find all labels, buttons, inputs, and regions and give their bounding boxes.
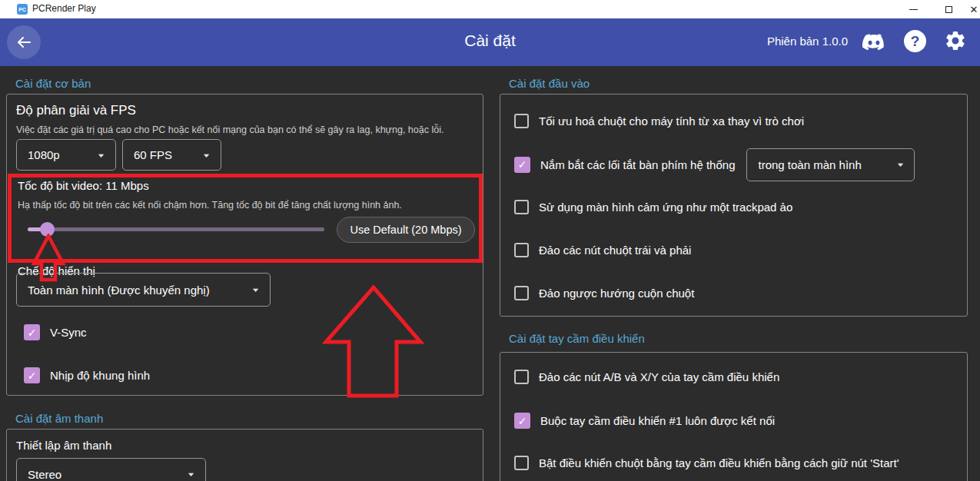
display-mode-value: Toàn màn hình (Được khuyến nghị) [28, 284, 210, 297]
chevron-down-icon: ▼ [895, 161, 905, 168]
invert-scroll-row[interactable]: Đảo ngược hướng cuộn chuột [514, 286, 694, 300]
app-window: PC PCRender Play ✕ Cài đặt Phiên bản 1.0… [0, 0, 980, 481]
settings-button[interactable] [943, 28, 968, 53]
force-gamepad1-row[interactable]: ✓ Buộc tay cầm điều khiển #1 luôn được k… [514, 413, 775, 429]
check-icon: ✓ [518, 158, 527, 171]
mouse-optimize-checkbox[interactable] [514, 114, 529, 128]
use-default-bitrate-button[interactable]: Use Default (20 Mbps) [337, 217, 475, 243]
resolution-dropdown[interactable]: 1080p ▼ [16, 139, 116, 171]
touchscreen-trackpad-row[interactable]: Sử dụng màn hình cảm ứng như một trackpa… [514, 200, 792, 214]
gamepad-mouse-mode-checkbox[interactable] [514, 456, 529, 470]
discord-button[interactable] [860, 32, 888, 55]
fps-value: 60 FPS [134, 148, 172, 161]
maximize-button[interactable] [935, 0, 962, 18]
keyboard-shortcuts-row[interactable]: ✓ Nắm bắt các lối tắt bàn phím hệ thống … [514, 146, 915, 183]
question-mark-icon: ? [911, 33, 920, 50]
minimize-icon [909, 9, 918, 10]
swap-ab-xy-row[interactable]: Đảo các nút A/B và X/Y của tay cầm điều … [514, 370, 779, 384]
header: Cài đặt Phiên bản 1.0.0 ? [0, 18, 980, 66]
touchscreen-trackpad-checkbox[interactable] [514, 200, 529, 214]
shortcut-scope-value: trong toàn màn hình [758, 158, 861, 171]
gamepad-mouse-mode-row[interactable]: Bật điều khiển chuột bằng tay cầm điều k… [514, 456, 899, 470]
resolution-fps-title: Độ phân giải và FPS [16, 103, 136, 118]
close-button[interactable]: ✕ [961, 0, 980, 18]
mouse-optimize-label: Tối ưu hoá chuột cho máy tính từ xa thay… [539, 114, 804, 128]
gamepad-mouse-mode-label: Bật điều khiển chuột bằng tay cầm điều k… [539, 456, 899, 469]
check-icon: ✓ [518, 415, 527, 427]
section-basic-settings: Cài đặt cơ bản [15, 77, 91, 90]
frame-pacing-checkbox[interactable]: ✓ [24, 367, 40, 383]
basic-settings-panel: Độ phân giải và FPS Việc đặt các giá trị… [6, 94, 483, 396]
chevron-down-icon: ▼ [97, 151, 106, 158]
resolution-fps-desc: Việc đặt các giá trị quá cao cho PC hoặc… [16, 124, 443, 135]
swap-ab-xy-label: Đảo các nút A/B và X/Y của tay cầm điều … [539, 370, 779, 383]
audio-output-value: Stereo [28, 468, 61, 481]
invert-scroll-label: Đảo ngược hướng cuộn chuột [539, 287, 694, 300]
vsync-checkbox[interactable]: ✓ [24, 324, 40, 340]
section-input-settings: Cài đặt đầu vào [509, 77, 590, 90]
touchscreen-trackpad-label: Sử dụng màn hình cảm ứng như một trackpa… [539, 201, 792, 214]
audio-output-dropdown[interactable]: Stereo ▼ [16, 458, 206, 481]
bitrate-slider-track[interactable] [28, 227, 324, 231]
discord-icon [862, 33, 886, 53]
audio-setup-label: Thiết lập âm thanh [16, 439, 111, 452]
bitrate-slider-handle[interactable] [40, 222, 55, 237]
keyboard-shortcuts-checkbox[interactable]: ✓ [514, 157, 530, 173]
vsync-label: V-Sync [50, 326, 87, 339]
fps-dropdown[interactable]: 60 FPS ▼ [122, 139, 221, 171]
swap-ab-xy-checkbox[interactable] [514, 370, 529, 384]
frame-pacing-row[interactable]: ✓ Nhịp độ khung hình [24, 367, 150, 383]
shortcut-scope-dropdown[interactable]: trong toàn màn hình ▼ [746, 148, 915, 181]
vsync-row[interactable]: ✓ V-Sync [24, 324, 87, 340]
bitrate-title: Tốc độ bit video: 11 Mbps [18, 179, 149, 192]
swap-mouse-buttons-label: Đảo các nút chuột trái và phải [539, 244, 691, 257]
help-button[interactable]: ? [904, 30, 926, 52]
force-gamepad1-label: Buộc tay cầm điều khiển #1 luôn được kết… [540, 414, 775, 427]
chevron-down-icon: ▼ [202, 151, 211, 158]
resolution-value: 1080p [28, 148, 60, 161]
section-controller-settings: Cài đặt tay cầm điều khiển [509, 332, 645, 345]
check-icon: ✓ [28, 370, 37, 382]
app-logo-icon: PC [17, 4, 28, 15]
keyboard-shortcuts-label: Nắm bắt các lối tắt bàn phím hệ thống [540, 158, 735, 171]
display-mode-dropdown[interactable]: Toàn màn hình (Được khuyến nghị) ▼ [16, 273, 271, 307]
bitrate-desc: Hạ thấp tốc độ bit trên các kết nối chậm… [18, 200, 402, 211]
title-bar: PC PCRender Play ✕ [0, 0, 980, 18]
maximize-icon [945, 6, 952, 13]
input-settings-panel: Tối ưu hoá chuột cho máy tính từ xa thay… [500, 94, 968, 317]
chevron-down-icon: ▼ [251, 287, 261, 294]
audio-settings-panel: Thiết lập âm thanh Stereo ▼ [6, 429, 483, 481]
swap-mouse-buttons-checkbox[interactable] [514, 243, 529, 257]
invert-scroll-checkbox[interactable] [514, 286, 529, 300]
swap-mouse-buttons-row[interactable]: Đảo các nút chuột trái và phải [514, 243, 691, 257]
gear-icon [944, 29, 967, 52]
frame-pacing-label: Nhịp độ khung hình [50, 369, 150, 382]
mouse-optimize-row[interactable]: Tối ưu hoá chuột cho máy tính từ xa thay… [514, 114, 804, 128]
section-audio-settings: Cài đặt âm thanh [15, 412, 103, 425]
version-label: Phiên bản 1.0.0 [767, 35, 848, 48]
minimize-button[interactable] [900, 0, 926, 18]
force-gamepad1-checkbox[interactable]: ✓ [514, 413, 530, 429]
controller-settings-panel: Đảo các nút A/B và X/Y của tay cầm điều … [500, 352, 968, 481]
chevron-down-icon: ▼ [187, 471, 196, 478]
window-title: PCRender Play [32, 3, 96, 14]
check-icon: ✓ [28, 327, 37, 339]
